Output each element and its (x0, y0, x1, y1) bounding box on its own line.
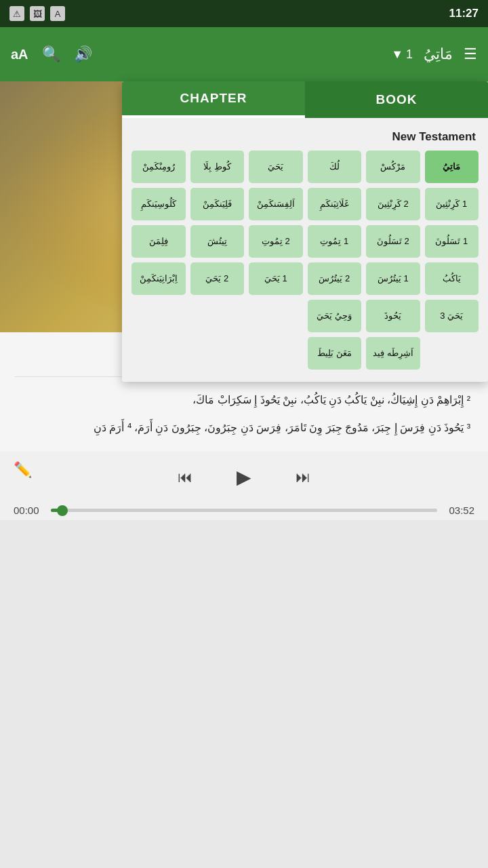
verse-text-1: ² إِبْرَاهِمْ دَنِ إِشِيَاكُ، نبِنْ يَاك… (15, 391, 473, 410)
next-button[interactable]: ⏭ (296, 469, 310, 486)
progress-thumb (57, 505, 68, 516)
section-label: New Testament (131, 125, 479, 151)
volume-button[interactable]: 🔊 (74, 45, 92, 63)
book-cell (131, 337, 186, 370)
time-start: 00:00 (14, 505, 44, 516)
tab-chapter[interactable]: CHAPTER (122, 81, 305, 118)
edit-button[interactable]: ✏️ (14, 461, 32, 479)
book-cell[interactable]: اِبْرَانِيَنكَمِنْ (131, 262, 186, 295)
books-grid: مَاتِيُمَرْكُسْلُكَيَحَيَكُوطِ بِلَارُوم… (131, 151, 479, 370)
progress-row: 00:00 03:52 (14, 505, 474, 516)
book-cell[interactable]: يَحُوذَ (366, 300, 420, 332)
tab-book[interactable]: BOOK (305, 81, 488, 118)
book-cell[interactable]: يَحَيَ 3 (425, 300, 479, 332)
book-cell (190, 337, 245, 370)
font-size-button[interactable]: aA (11, 47, 28, 62)
book-cell[interactable]: اَلِفِسَنكَمِنْ (249, 188, 303, 220)
book-cell[interactable]: فِلِمَنَ (131, 225, 186, 258)
progress-track[interactable] (51, 509, 437, 512)
book-cell[interactable]: مَعَنَ بَلِيطَ (308, 337, 362, 370)
dropdown-selector[interactable]: ▼ 1 (391, 47, 413, 62)
player-controls: ⏮ ▶ ⏭ (14, 460, 474, 495)
image-icon: 🖼 (30, 6, 45, 21)
book-cell[interactable]: 2 كَرِنْثِينَ (366, 188, 420, 220)
book-cell (249, 337, 303, 370)
search-button[interactable]: 🔍 (42, 45, 60, 63)
status-time: 11:27 (449, 7, 479, 20)
book-cell[interactable]: كَلُوسِيَنكَمِ (131, 188, 186, 220)
top-bar: aA 🔍 🔊 ▼ 1 مَاتِيُ ☰ (0, 27, 488, 81)
book-cell[interactable]: 1 يَيتُرُسَ (366, 262, 420, 295)
dropdown-panel: CHAPTER BOOK New Testament مَاتِيُمَرْكُ… (122, 81, 488, 382)
book-cell[interactable]: 1 كَرِنْثِينَ (425, 188, 479, 220)
book-cell[interactable]: تِيتُشَ (190, 225, 245, 258)
book-cell[interactable]: 1 تِمُوتِ (308, 225, 362, 258)
book-cell[interactable]: 2 يَيتُرُسَ (308, 262, 362, 295)
book-cell[interactable]: مَاتِيُ (425, 151, 479, 183)
book-cell[interactable]: رُومِنْكَمِنْ (131, 151, 186, 183)
time-end: 03:52 (444, 505, 474, 516)
book-cell[interactable]: لُكَ (308, 151, 362, 183)
book-cell[interactable]: 2 يَحَيَ (190, 262, 245, 295)
book-cell (190, 300, 245, 332)
book-cell[interactable]: فَلِيَنكَمِنْ (190, 188, 245, 220)
book-cell[interactable]: 2 تَسَلُونَ (366, 225, 420, 258)
dropdown-number: 1 (406, 47, 413, 62)
book-cell[interactable]: 1 تَسَلُونَ (425, 225, 479, 258)
book-cell[interactable]: اَشِرِطَه فِيد (366, 337, 420, 370)
book-cell[interactable]: كُوطِ بِلَا (190, 151, 245, 183)
book-cell (249, 300, 303, 332)
dropdown-arrow-icon: ▼ (391, 47, 403, 62)
play-button[interactable]: ▶ (226, 460, 262, 495)
book-cell[interactable]: يَحَيَ (249, 151, 303, 183)
app-icon: A (50, 6, 65, 21)
book-cell[interactable]: يَاكُبُ (425, 262, 479, 295)
panel-tabs: CHAPTER BOOK (122, 81, 488, 118)
book-cell (131, 300, 186, 332)
book-cell (425, 337, 479, 370)
alert-icon: ⚠ (9, 6, 24, 21)
menu-button[interactable]: ☰ (464, 45, 477, 63)
book-cell[interactable]: مَرْكُسْ (366, 151, 420, 183)
book-cell[interactable]: وَحِيُ يَحَيَ (308, 300, 362, 332)
status-icons: ⚠ 🖼 A (9, 6, 65, 21)
book-cell[interactable]: غَلَاتِيَنكَمِ (308, 188, 362, 220)
player-bar: ✏️ ⏮ ▶ ⏭ 00:00 03:52 (0, 452, 488, 520)
panel-content: New Testament مَاتِيُمَرْكُسْلُكَيَحَيَك… (122, 118, 488, 382)
book-cell[interactable]: 1 يَحَيَ (249, 262, 303, 295)
book-cell[interactable]: 2 تِمُوتِ (249, 225, 303, 258)
status-bar: ⚠ 🖼 A 11:27 (0, 0, 488, 27)
prev-button[interactable]: ⏮ (178, 469, 192, 486)
book-title: مَاتِيُ (424, 45, 453, 63)
verse-text-2: ³ يَحُوذَ دَنِ فِرَسَ إِ جِبَرَ، مَدُوجَ… (15, 418, 473, 438)
